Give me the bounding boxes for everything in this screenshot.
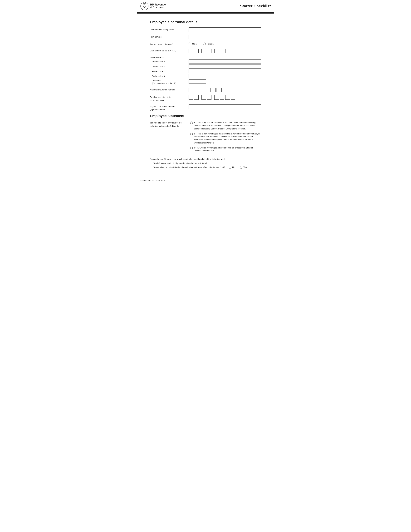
ni-box-3[interactable]: [201, 88, 205, 92]
first-name-label: First name(s): [150, 35, 188, 38]
emp-yyyy-3[interactable]: [225, 95, 230, 100]
student-loan-section: Do you have a Student Loan which is not …: [150, 158, 261, 169]
student-loan-yes-option[interactable]: Yes: [240, 166, 247, 169]
address-line-3-input[interactable]: [188, 69, 261, 73]
dob-yyyy-4[interactable]: [231, 49, 235, 53]
header-bar: [137, 12, 274, 14]
address-line-1-input[interactable]: [188, 59, 261, 64]
postcode-input[interactable]: [188, 79, 206, 84]
address-line-3-row: Address line 3: [150, 69, 261, 73]
statement-options: A - This is my first job since last 6 Ap…: [190, 121, 261, 154]
student-loan-bullets: You left a course of UK higher education…: [153, 162, 261, 169]
emp-dd-1[interactable]: [188, 95, 193, 100]
last-name-row: Last name or family name: [150, 28, 261, 32]
student-loan-no-radio: [229, 166, 231, 169]
gender-label: Are you male or female?: [150, 42, 188, 46]
emp-mm-1[interactable]: [201, 95, 206, 100]
dob-mm-2[interactable]: [207, 49, 211, 53]
statement-intro: You need to select only one of the follo…: [150, 121, 185, 154]
home-address-section: Home address Address line 1 Address line…: [150, 56, 261, 85]
home-address-label: Home address: [150, 56, 261, 58]
dob-dd-2[interactable]: [194, 49, 199, 53]
ni-box-8[interactable]: [227, 88, 231, 92]
male-radio-circle: [188, 43, 191, 45]
ni-label: National Insurance number: [150, 88, 188, 91]
employee-statement-section: Employee statement You need to select on…: [150, 114, 261, 154]
ni-box-2[interactable]: [194, 88, 198, 92]
emp-date-row: Employment start dateeg dd mm yyyy: [150, 95, 261, 102]
emp-yyyy-2[interactable]: [220, 95, 224, 100]
emp-mm-2[interactable]: [207, 95, 211, 100]
female-label: Female: [207, 43, 214, 45]
dob-mm-1[interactable]: [201, 49, 206, 53]
statement-b-text: B - This is now my only job but since la…: [194, 132, 261, 144]
payroll-input[interactable]: [188, 104, 261, 109]
ni-box-1[interactable]: [188, 88, 193, 92]
postcode-label-text: Postcode: [152, 79, 188, 82]
svg-point-5: [144, 3, 145, 3]
footer: Starter checklist 23102012 v1.1: [137, 178, 274, 183]
female-radio-circle: [203, 43, 206, 45]
last-name-field: [188, 28, 261, 32]
dob-yyyy-3[interactable]: [225, 49, 230, 53]
ni-box-5[interactable]: [211, 88, 216, 92]
first-name-input[interactable]: [188, 35, 261, 39]
address-rows: Address line 1 Address line 2 Address li…: [150, 59, 261, 85]
logo-area: HM Revenue & Customs: [140, 2, 166, 10]
payroll-row: Payroll ID or works number(if you have o…: [150, 104, 261, 111]
ni-box-6[interactable]: [216, 88, 221, 92]
address-line-1-row: Address line 1: [150, 59, 261, 64]
ni-box-9[interactable]: [234, 88, 238, 92]
svg-rect-3: [143, 8, 145, 8]
statement-a-radio[interactable]: [190, 122, 193, 124]
postcode-sub-label: (if your address is in the UK): [152, 82, 188, 85]
student-loan-bullet-2-text: You received your first Student Loan ins…: [153, 166, 225, 169]
statement-row: You need to select only one of the follo…: [150, 121, 261, 154]
emp-yyyy-4[interactable]: [231, 95, 235, 100]
first-name-field: [188, 35, 261, 39]
ni-field: [188, 88, 261, 92]
gender-female-option[interactable]: Female: [203, 43, 214, 45]
last-name-label: Last name or family name: [150, 28, 188, 31]
payroll-field: [188, 104, 261, 109]
personal-details-heading: Employee's personal details: [150, 20, 261, 24]
statement-b-radio[interactable]: [190, 133, 193, 135]
statement-c-item: C - As well as my new job, I have anothe…: [190, 146, 261, 152]
dob-yyyy-2[interactable]: [220, 49, 224, 53]
address-line-4-row: Address line 4: [150, 74, 261, 78]
dob-row: Date of birth eg dd mm yyyy: [150, 49, 261, 53]
statement-c-radio[interactable]: [190, 147, 193, 149]
gender-male-option[interactable]: Male: [188, 43, 197, 45]
student-loan-no-label: No: [232, 166, 235, 169]
statement-c-text: C - As well as my new job, I have anothe…: [194, 146, 261, 152]
student-loan-yes-radio: [240, 166, 243, 169]
ni-boxes: [188, 88, 261, 92]
address-line-4-input[interactable]: [188, 74, 261, 78]
address-line-1-label: Address line 1: [150, 60, 188, 63]
svg-rect-2: [144, 7, 145, 8]
dob-yyyy-1[interactable]: [214, 49, 219, 53]
address-line-2-input[interactable]: [188, 64, 261, 68]
emp-yyyy-1[interactable]: [214, 95, 219, 100]
student-loan-bullet-2: You received your first Student Loan ins…: [153, 165, 261, 169]
student-loan-bullet-1: You left a course of UK higher education…: [153, 162, 261, 165]
student-loan-no-option[interactable]: No: [229, 166, 235, 169]
postcode-label: Postcode (if your address is in the UK): [150, 79, 188, 85]
emp-date-boxes: [188, 95, 261, 100]
ni-box-4[interactable]: [206, 88, 211, 92]
last-name-input[interactable]: [188, 28, 261, 32]
header-title: Starter Checklist: [240, 4, 271, 8]
header: HM Revenue & Customs Starter Checklist: [137, 0, 274, 12]
student-loan-yes-label: Yes: [243, 166, 247, 169]
dob-dd-1[interactable]: [188, 49, 193, 53]
address-line-2-label: Address line 2: [150, 65, 188, 68]
main-content: Employee's personal details Last name or…: [137, 14, 274, 174]
ni-box-7[interactable]: [222, 88, 226, 92]
employee-statement-heading: Employee statement: [150, 114, 261, 118]
postcode-row: Postcode (if your address is in the UK): [150, 79, 261, 85]
student-loan-radio-group: No Yes: [229, 165, 247, 169]
emp-dd-2[interactable]: [194, 95, 199, 100]
statement-a-item: A - This is my first job since last 6 Ap…: [190, 121, 261, 130]
statement-a-text: A - This is my first job since last 6 Ap…: [194, 121, 261, 130]
gender-radio-group: Male Female: [188, 42, 261, 45]
